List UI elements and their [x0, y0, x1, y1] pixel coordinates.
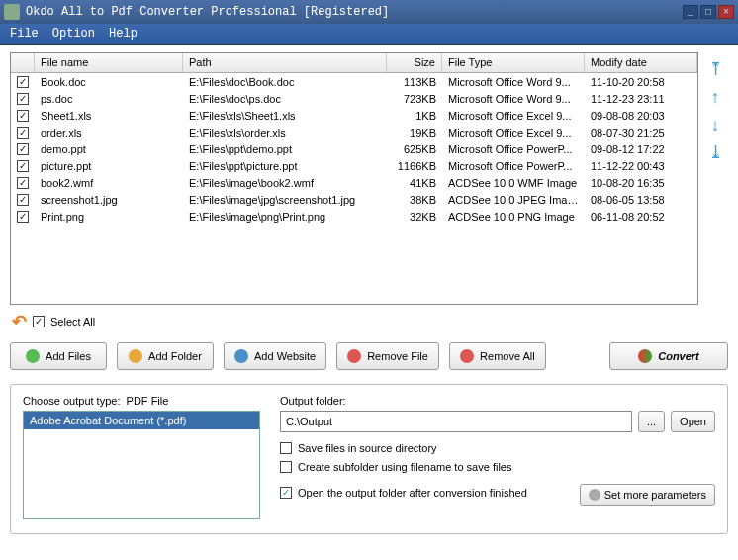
cell-size: 1166KB: [387, 159, 442, 173]
cell-name: order.xls: [35, 126, 183, 140]
row-checkbox[interactable]: ✓: [17, 143, 29, 155]
cell-name: picture.ppt: [35, 159, 183, 173]
file-list-header: File name Path Size File Type Modify dat…: [11, 53, 697, 73]
cell-type: Microsoft Office PowerP...: [442, 142, 585, 156]
cell-type: ACDSee 10.0 WMF Image: [442, 176, 585, 190]
maximize-button[interactable]: □: [700, 5, 716, 19]
convert-icon: [638, 349, 652, 363]
cell-path: E:\Files\image\book2.wmf: [183, 176, 387, 190]
reorder-buttons: ⤒ ↑ ↓ ⤓: [702, 52, 728, 305]
add-website-button[interactable]: Add Website: [224, 342, 326, 370]
up-folder-icon[interactable]: ↶: [12, 311, 27, 332]
minimize-button[interactable]: _: [683, 5, 698, 19]
table-row[interactable]: ✓Sheet1.xlsE:\Files\xls\Sheet1.xls1KBMic…: [11, 107, 697, 124]
row-checkbox[interactable]: ✓: [17, 211, 29, 223]
cell-name: screenshot1.jpg: [35, 193, 183, 207]
menu-bar: File Option Help: [0, 24, 738, 45]
open-after-label: Open the output folder after conversion …: [298, 487, 527, 499]
cell-name: Book.doc: [35, 75, 183, 89]
cell-date: 11-12-22 00:43: [585, 159, 697, 173]
open-folder-button[interactable]: Open: [671, 411, 715, 432]
window-title: Okdo All to Pdf Converter Professional […: [26, 5, 681, 19]
create-subfolder-label: Create subfolder using filename to save …: [298, 461, 511, 473]
select-all-label: Select All: [50, 316, 95, 327]
cell-size: 625KB: [387, 142, 442, 156]
output-type-item[interactable]: Adobe Acrobat Document (*.pdf): [24, 412, 259, 429]
output-panel: Choose output type: PDF File Adobe Acrob…: [10, 384, 728, 534]
cell-path: E:\Files\ppt\picture.ppt: [183, 159, 387, 173]
cell-type: Microsoft Office Excel 9...: [442, 109, 585, 123]
table-row[interactable]: ✓Print.pngE:\Files\image\png\Print.png32…: [11, 208, 697, 225]
open-after-checkbox[interactable]: ✓: [280, 487, 292, 499]
cell-path: E:\Files\xls\order.xls: [183, 126, 387, 140]
move-down-icon[interactable]: ↓: [711, 116, 720, 134]
cell-size: 38KB: [387, 193, 442, 207]
row-checkbox[interactable]: ✓: [17, 194, 29, 206]
convert-button[interactable]: Convert: [609, 342, 728, 370]
cell-date: 11-12-23 23:11: [585, 92, 697, 106]
cell-name: book2.wmf: [35, 176, 183, 190]
cell-path: E:\Files\doc\ps.doc: [183, 92, 387, 106]
cell-date: 08-06-05 13:58: [585, 193, 697, 207]
cell-type: ACDSee 10.0 JPEG Image: [442, 193, 585, 207]
folder-icon: [129, 349, 142, 363]
output-folder-label: Output folder:: [280, 395, 715, 407]
menu-help[interactable]: Help: [105, 25, 141, 43]
cell-path: E:\Files\image\png\Print.png: [183, 210, 387, 224]
minus-icon: [460, 349, 474, 363]
cell-path: E:\Files\xls\Sheet1.xls: [183, 109, 387, 123]
add-folder-button[interactable]: Add Folder: [117, 342, 214, 370]
table-row[interactable]: ✓order.xlsE:\Files\xls\order.xls19KBMicr…: [11, 124, 697, 140]
column-type[interactable]: File Type: [442, 53, 585, 72]
cell-size: 1KB: [387, 109, 442, 123]
table-row[interactable]: ✓ps.docE:\Files\doc\ps.doc723KBMicrosoft…: [11, 90, 697, 107]
cell-path: E:\Files\image\jpg\screenshot1.jpg: [183, 193, 387, 207]
menu-file[interactable]: File: [6, 25, 43, 43]
gear-icon: [589, 489, 600, 501]
plus-icon: [26, 349, 40, 363]
select-all-checkbox[interactable]: ✓: [33, 316, 45, 327]
row-checkbox[interactable]: ✓: [17, 76, 29, 88]
cell-date: 11-10-20 20:58: [585, 75, 697, 89]
browse-button[interactable]: ...: [638, 411, 665, 432]
cell-type: Microsoft Office PowerP...: [442, 159, 585, 173]
cell-date: 08-07-30 21:25: [585, 126, 697, 140]
cell-size: 19KB: [387, 126, 442, 140]
create-subfolder-checkbox[interactable]: [280, 461, 292, 473]
cell-type: Microsoft Office Excel 9...: [442, 126, 585, 140]
add-files-button[interactable]: Add Files: [10, 342, 107, 370]
table-row[interactable]: ✓Book.docE:\Files\doc\Book.doc113KBMicro…: [11, 73, 697, 90]
column-name[interactable]: File name: [35, 53, 183, 72]
menu-option[interactable]: Option: [48, 25, 99, 43]
output-type-list[interactable]: Adobe Acrobat Document (*.pdf): [23, 411, 260, 519]
close-button[interactable]: ×: [718, 5, 734, 19]
column-path[interactable]: Path: [183, 53, 387, 72]
set-more-parameters-button[interactable]: Set more parameters: [580, 484, 715, 506]
output-folder-input[interactable]: [280, 411, 632, 432]
move-up-icon[interactable]: ↑: [711, 88, 720, 106]
row-checkbox[interactable]: ✓: [17, 93, 29, 105]
row-checkbox[interactable]: ✓: [17, 127, 29, 139]
row-checkbox[interactable]: ✓: [17, 110, 29, 122]
move-bottom-icon[interactable]: ⤓: [708, 143, 723, 161]
move-top-icon[interactable]: ⤒: [708, 60, 723, 78]
cell-size: 32KB: [387, 210, 442, 224]
cell-name: Sheet1.xls: [35, 109, 183, 123]
cell-name: Print.png: [35, 210, 183, 224]
cell-date: 09-08-08 20:03: [585, 109, 697, 123]
table-row[interactable]: ✓picture.pptE:\Files\ppt\picture.ppt1166…: [11, 157, 697, 174]
table-row[interactable]: ✓screenshot1.jpgE:\Files\image\jpg\scree…: [11, 191, 697, 208]
row-checkbox[interactable]: ✓: [17, 160, 29, 172]
cell-name: demo.ppt: [35, 142, 183, 156]
file-list[interactable]: File name Path Size File Type Modify dat…: [10, 52, 698, 305]
row-checkbox[interactable]: ✓: [17, 177, 29, 189]
save-in-source-checkbox[interactable]: [280, 442, 292, 454]
remove-file-button[interactable]: Remove File: [336, 342, 439, 370]
table-row[interactable]: ✓demo.pptE:\Files\ppt\demo.ppt625KBMicro…: [11, 140, 697, 157]
table-row[interactable]: ✓book2.wmfE:\Files\image\book2.wmf41KBAC…: [11, 174, 697, 191]
column-date[interactable]: Modify date: [585, 53, 697, 72]
column-size[interactable]: Size: [387, 53, 442, 72]
save-in-source-label: Save files in source directory: [298, 442, 437, 454]
globe-icon: [234, 349, 248, 363]
remove-all-button[interactable]: Remove All: [449, 342, 546, 370]
